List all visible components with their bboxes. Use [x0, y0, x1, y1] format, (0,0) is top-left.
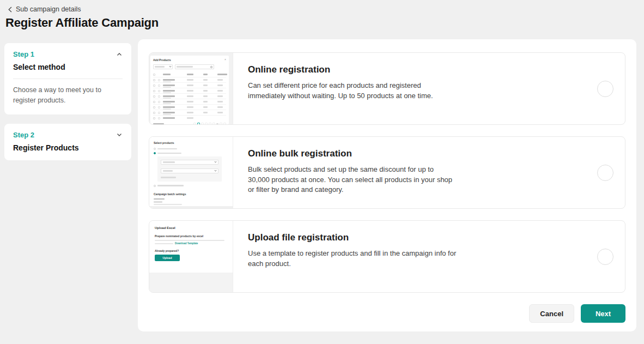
step-1-label: Step 1	[13, 50, 34, 58]
option-online-registration-thumbnail: Add Products ×	[149, 53, 233, 124]
option-description: Use a template to register products and …	[248, 249, 591, 269]
sidebar-step-2: Step 2 Register Products	[4, 124, 131, 160]
option-online-bulk-registration-thumbnail: Select products Campaign batch settings	[149, 137, 233, 208]
step-1-name: Select method	[13, 63, 123, 71]
option-title: Online bulk registration	[248, 148, 591, 159]
breadcrumb-label: Sub campaign details	[16, 5, 81, 13]
chevron-left-icon	[8, 7, 13, 13]
mini-upload-button: Upload	[155, 255, 180, 261]
mini-close-icon: ×	[224, 58, 226, 61]
mini-search-icon	[210, 66, 212, 68]
breadcrumb[interactable]: Sub campaign details	[8, 5, 81, 13]
option-online-bulk-registration-content: Online bulk registration Bulk select pro…	[233, 137, 591, 208]
option-upload-file-registration[interactable]: Upload Excel Prepare nominated products …	[149, 220, 625, 293]
option-upload-file-registration-thumbnail: Upload Excel Prepare nominated products …	[149, 221, 233, 292]
mini-prepare-label: Prepare nominated products by excel	[155, 234, 227, 238]
step-2-header[interactable]: Step 2	[13, 131, 123, 139]
steps-sidebar: Step 1 Select method Choose a way to mee…	[4, 43, 131, 160]
mini-settings-title: Campaign batch settings	[154, 192, 228, 196]
sidebar-step-1: Step 1 Select method Choose a way to mee…	[4, 43, 131, 114]
next-button[interactable]: Next	[581, 304, 625, 323]
option-online-registration[interactable]: Add Products ×	[149, 52, 625, 125]
step-2-name: Register Products	[13, 143, 123, 152]
option-upload-file-registration-content: Upload file registration Use a template …	[233, 221, 591, 292]
chevron-up-icon[interactable]	[116, 51, 123, 58]
option-online-bulk-registration[interactable]: Select products Campaign batch settings …	[149, 136, 625, 209]
divider	[13, 79, 123, 79]
mini-form-title: Select products	[154, 141, 228, 144]
option-online-registration-content: Online registration Can set different pr…	[233, 53, 591, 124]
chevron-down-icon[interactable]	[116, 131, 123, 138]
option-description: Can set different price for each product…	[248, 81, 591, 101]
step-2-label: Step 2	[13, 131, 34, 139]
option-upload-file-registration-radio[interactable]	[597, 249, 613, 265]
option-title: Upload file registration	[248, 232, 591, 243]
step-1-header[interactable]: Step 1	[13, 50, 123, 58]
cancel-button[interactable]: Cancel	[529, 304, 574, 323]
option-title: Online registration	[248, 64, 591, 75]
step-1-description: Choose a way to meet you to register pro…	[13, 85, 123, 106]
page-title: Register Affiliate Campaign	[5, 16, 159, 30]
footer-actions: Cancel Next	[149, 304, 625, 323]
option-online-registration-radio[interactable]	[597, 81, 613, 97]
mini-upload-title: Upload Excel	[155, 226, 227, 230]
select-method-panel: Add Products ×	[138, 39, 636, 331]
mini-download-template-link: Download Template	[175, 243, 198, 245]
mini-modal-title: Add Products	[153, 58, 226, 62]
option-online-bulk-registration-radio[interactable]	[597, 165, 613, 181]
mini-already-prepared-label: Already prepared?	[155, 249, 227, 252]
option-description: Bulk select products and set up the same…	[248, 165, 591, 195]
